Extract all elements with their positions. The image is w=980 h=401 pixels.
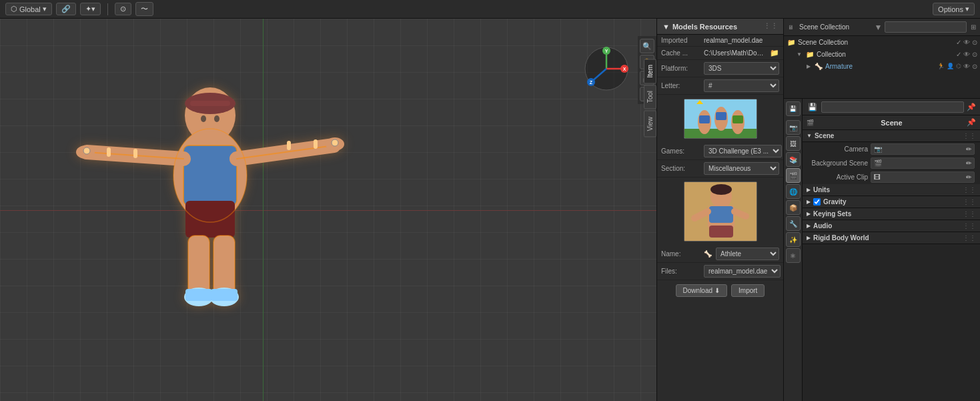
- col-eye-icon[interactable]: 👁: [963, 51, 970, 58]
- options-btn[interactable]: Options ▾: [933, 3, 975, 15]
- audio-title: Audio: [813, 222, 963, 230]
- units-section[interactable]: ▶ Units ⋮⋮: [803, 184, 980, 196]
- gravity-title: Gravity: [823, 198, 963, 206]
- outliner-title: Scene Collection: [799, 23, 872, 31]
- files-select[interactable]: realman_model.dae: [704, 265, 781, 278]
- active-clip-edit-icon[interactable]: ✏: [966, 173, 971, 181]
- wave-btn[interactable]: 〜: [135, 2, 153, 16]
- mode-selector[interactable]: ⬡ Global ▾: [5, 3, 52, 15]
- outliner-header: 🖥 Scene Collection ▼ ⊞: [784, 19, 980, 36]
- bg-scene-edit-icon[interactable]: ✏: [966, 159, 971, 167]
- modifier-prop-icon[interactable]: 🔧: [786, 216, 801, 231]
- imported-value: realman_model.dae: [704, 37, 779, 44]
- active-clip-label: Active Clip: [808, 173, 868, 181]
- camera-field-row: Camera 📷 ✏: [803, 142, 980, 156]
- units-title: Units: [813, 186, 963, 193]
- download-button[interactable]: Download ⬇: [676, 284, 727, 297]
- action-btns-row: Download ⬇ Import: [657, 280, 783, 301]
- arm-action2[interactable]: 👤: [947, 63, 954, 70]
- bg-scene-value[interactable]: 🎬 ✏: [871, 157, 975, 169]
- imported-label: Imported: [661, 37, 701, 44]
- eye-icon[interactable]: 👁: [963, 39, 970, 46]
- options-chevron: ▾: [965, 5, 969, 13]
- outliner-icon-display: 🖥: [788, 24, 794, 31]
- viewport[interactable]: 🔲 ◎ ⊕ 🌐 ◑ ● ◑ ⬜: [0, 19, 656, 401]
- svg-line-55: [734, 212, 746, 216]
- svg-point-29: [332, 139, 338, 146]
- tab-view[interactable]: View: [644, 111, 656, 137]
- panel-drag-handle[interactable]: ⋮⋮: [763, 22, 778, 31]
- physics-prop-icon[interactable]: ⚛: [786, 248, 801, 263]
- scene-drag-handle: ⋮⋮: [963, 132, 976, 139]
- cache-folder-icon[interactable]: 📁: [770, 49, 779, 57]
- filter-icon[interactable]: ▼: [875, 23, 883, 32]
- outliner-armature[interactable]: ▶ 🦴 Armature 🏃 👤 ⌬ 👁 ⊙: [784, 60, 980, 72]
- scene-prop-icon[interactable]: 🎬: [786, 168, 801, 183]
- transform-btn[interactable]: ✦▾: [80, 3, 101, 15]
- output-prop-icon[interactable]: 🖼: [786, 136, 801, 151]
- svg-rect-15: [107, 147, 111, 157]
- scene-subsection[interactable]: ▼ Scene ⋮⋮: [803, 130, 980, 142]
- prop-pin-icon[interactable]: 📌: [967, 103, 976, 111]
- name-select[interactable]: Athlete: [716, 248, 779, 260]
- gravity-arrow: ▶: [807, 199, 811, 205]
- keying-sets-section[interactable]: ▶ Keying Sets ⋮⋮: [803, 208, 980, 220]
- col-check-icon[interactable]: ✓: [956, 51, 961, 58]
- scene-pin-icon[interactable]: 📌: [967, 118, 976, 127]
- gizmo[interactable]: Y X Z: [583, 45, 630, 92]
- outliner-collection[interactable]: ▼ 📁 Collection ✓ 👁 ⊙: [784, 48, 980, 60]
- pivot-btn[interactable]: ⊙: [115, 3, 131, 15]
- units-drag-handle: ⋮⋮: [963, 186, 976, 193]
- keying-drag-handle: ⋮⋮: [963, 210, 976, 218]
- platform-select[interactable]: 3DS: [704, 62, 779, 75]
- games-select[interactable]: 3D Challenge (E3 ...: [704, 145, 782, 157]
- zoom-btn[interactable]: 🔍: [640, 39, 654, 53]
- toolbar-left: ⬡ Global ▾ 🔗 ✦▾ ⊙ 〜 Options ▾: [5, 2, 975, 16]
- gravity-checkbox[interactable]: [813, 198, 821, 206]
- visibility-icon[interactable]: ✓: [956, 39, 961, 46]
- arm-action1[interactable]: 🏃: [937, 63, 945, 70]
- options-label: Options: [938, 5, 963, 13]
- collection-icon: 📁: [805, 49, 815, 59]
- restrict-icon[interactable]: ⊙: [972, 39, 977, 46]
- scene-section-header: 🎬 Scene 📌: [803, 115, 980, 130]
- gravity-section[interactable]: ▶ Gravity ⋮⋮: [803, 196, 980, 208]
- prop-search-input[interactable]: [821, 101, 964, 113]
- camera-edit-icon[interactable]: ✏: [966, 145, 971, 153]
- letter-select[interactable]: #: [704, 79, 779, 92]
- object-prop-icon[interactable]: 📦: [786, 200, 801, 215]
- far-right-panel: 🖥 Scene Collection ▼ ⊞ 📁 Scene Collectio…: [783, 19, 980, 401]
- particles-prop-icon[interactable]: ✨: [786, 232, 801, 247]
- thumbnail1-area: [657, 95, 783, 143]
- section-label: Section:: [661, 165, 701, 172]
- arm-action3[interactable]: ⌬: [956, 63, 961, 70]
- section-select[interactable]: Miscellaneous: [704, 162, 779, 175]
- view-layer-icon[interactable]: 📚: [786, 152, 801, 167]
- col-restrict-icon[interactable]: ⊙: [972, 51, 977, 58]
- svg-rect-20: [213, 236, 235, 296]
- scene-collection-actions: ✓ 👁 ⊙: [956, 39, 977, 46]
- filter-funnel-icon[interactable]: ⊞: [971, 23, 976, 31]
- import-button[interactable]: Import: [731, 284, 765, 297]
- save-icon[interactable]: 💾: [786, 101, 801, 116]
- arm-eye-icon[interactable]: 👁: [963, 63, 970, 70]
- outliner-search[interactable]: [885, 21, 967, 33]
- outliner-scene-collection[interactable]: 📁 Scene Collection ✓ 👁 ⊙: [784, 36, 980, 48]
- render-prop-icon[interactable]: 📷: [786, 120, 801, 135]
- cache-row: Cache ... C:\Users\Math\Docu... 📁: [657, 47, 783, 60]
- arm-restrict-icon[interactable]: ⊙: [972, 63, 977, 70]
- prop-save-icon[interactable]: 💾: [807, 101, 819, 113]
- active-clip-field-row: Active Clip 🎞 ✏: [803, 170, 980, 184]
- world-prop-icon[interactable]: 🌐: [786, 184, 801, 199]
- letter-row: Letter: #: [657, 77, 783, 95]
- svg-rect-25: [185, 289, 212, 301]
- tab-item[interactable]: Item: [644, 59, 656, 83]
- active-clip-value[interactable]: 🎞 ✏: [871, 171, 975, 183]
- camera-value[interactable]: 📷 ✏: [871, 143, 975, 155]
- download-icon: ⬇: [714, 287, 720, 294]
- snap-btn[interactable]: 🔗: [56, 3, 76, 15]
- svg-text:Z: Z: [590, 80, 593, 85]
- audio-section[interactable]: ▶ Audio ⋮⋮: [803, 220, 980, 232]
- rigid-body-section[interactable]: ▶ Rigid Body World ⋮⋮: [803, 232, 980, 244]
- tab-tool[interactable]: Tool: [644, 85, 656, 109]
